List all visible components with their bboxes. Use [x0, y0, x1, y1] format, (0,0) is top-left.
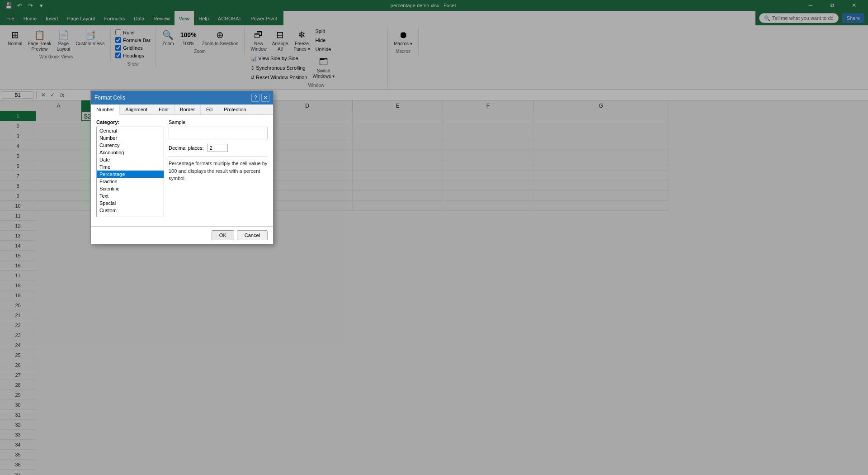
category-text[interactable]: Text [97, 192, 164, 200]
dialog-titlebar: Format Cells ? ✕ [91, 91, 273, 104]
category-percentage[interactable]: Percentage [97, 171, 164, 178]
category-special[interactable]: Special [97, 200, 164, 207]
dialog-close-button[interactable]: ✕ [261, 94, 269, 102]
sample-label: Sample [169, 119, 268, 125]
category-fraction[interactable]: Fraction [97, 178, 164, 185]
sample-section: Sample [169, 119, 268, 139]
dialog-footer: OK Cancel [91, 226, 273, 244]
category-accounting[interactable]: Accounting [97, 149, 164, 156]
category-time[interactable]: Time [97, 163, 164, 171]
category-general[interactable]: General [97, 127, 164, 134]
category-number[interactable]: Number [97, 134, 164, 142]
dialog-tabs: Number Alignment Font Border Fill Protec… [91, 104, 273, 115]
category-label: Category: [96, 119, 164, 125]
ok-button[interactable]: OK [212, 230, 234, 240]
decimal-places-label: Decimal places: [169, 145, 204, 151]
cancel-button[interactable]: Cancel [237, 230, 268, 240]
modal-overlay: Format Cells ? ✕ Number Alignment Font B… [0, 0, 868, 475]
dialog-tab-number[interactable]: Number [91, 104, 120, 115]
category-custom[interactable]: Custom [97, 207, 164, 214]
category-list[interactable]: General Number Currency Accounting Date … [96, 127, 164, 217]
decimal-places-row: Decimal places: [169, 144, 268, 152]
dialog-title: Format Cells [94, 95, 125, 101]
dialog-help-button[interactable]: ? [251, 94, 259, 102]
category-currency[interactable]: Currency [97, 142, 164, 149]
dialog-body: Category: General Number Currency Accoun… [91, 115, 273, 226]
dialog-tab-border[interactable]: Border [175, 104, 201, 114]
dialog-tab-alignment[interactable]: Alignment [120, 104, 153, 114]
decimal-places-input[interactable] [208, 144, 228, 152]
dialog-tab-fill[interactable]: Fill [201, 104, 218, 114]
description-text: Percentage formats multiply the cell val… [169, 157, 268, 185]
format-cells-dialog: Format Cells ? ✕ Number Alignment Font B… [90, 90, 274, 244]
category-date[interactable]: Date [97, 156, 164, 163]
category-scientific[interactable]: Scientific [97, 185, 164, 192]
sample-box [169, 127, 268, 139]
dialog-tab-protection[interactable]: Protection [218, 104, 252, 114]
dialog-titlebar-buttons: ? ✕ [251, 94, 269, 102]
dialog-tab-font[interactable]: Font [153, 104, 175, 114]
